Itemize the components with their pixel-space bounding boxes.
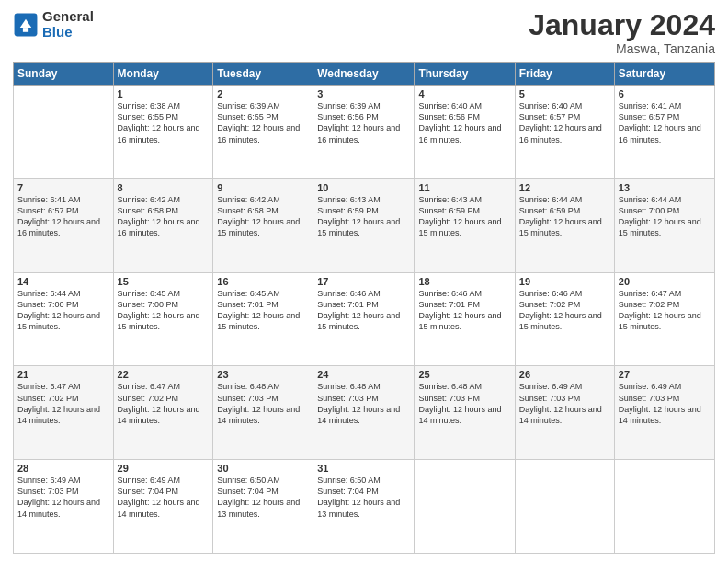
day-number: 17 [317, 276, 410, 287]
day-info: Sunrise: 6:46 AMSunset: 7:02 PMDaylight:… [519, 288, 610, 333]
logo-text: General Blue [42, 9, 94, 40]
calendar-cell: 8Sunrise: 6:42 AMSunset: 6:58 PMDaylight… [113, 178, 213, 272]
calendar-cell: 13Sunrise: 6:44 AMSunset: 7:00 PMDayligh… [614, 178, 714, 272]
day-info: Sunrise: 6:48 AMSunset: 7:03 PMDaylight:… [317, 381, 410, 426]
calendar-cell: 25Sunrise: 6:48 AMSunset: 7:03 PMDayligh… [415, 366, 515, 460]
day-number: 15 [118, 276, 210, 287]
day-info: Sunrise: 6:38 AMSunset: 6:55 PMDaylight:… [118, 100, 210, 145]
day-info: Sunrise: 6:43 AMSunset: 6:59 PMDaylight:… [418, 194, 510, 239]
day-info: Sunrise: 6:40 AMSunset: 6:56 PMDaylight:… [418, 100, 510, 145]
logo-line1: General [42, 9, 94, 25]
header-row: SundayMondayTuesdayWednesdayThursdayFrid… [14, 63, 715, 86]
day-info: Sunrise: 6:49 AMSunset: 7:03 PMDaylight:… [519, 381, 610, 426]
calendar-cell [415, 460, 515, 554]
calendar-cell: 10Sunrise: 6:43 AMSunset: 6:59 PMDayligh… [313, 178, 415, 272]
day-number: 16 [217, 276, 309, 287]
day-info: Sunrise: 6:50 AMSunset: 7:04 PMDaylight:… [217, 475, 309, 520]
day-number: 19 [519, 276, 610, 287]
calendar-cell: 30Sunrise: 6:50 AMSunset: 7:04 PMDayligh… [213, 460, 313, 554]
day-info: Sunrise: 6:48 AMSunset: 7:03 PMDaylight:… [418, 381, 510, 426]
day-number: 25 [418, 369, 510, 380]
calendar-cell: 6Sunrise: 6:41 AMSunset: 6:57 PMDaylight… [614, 86, 714, 179]
calendar-cell: 11Sunrise: 6:43 AMSunset: 6:59 PMDayligh… [415, 178, 515, 272]
day-number: 28 [17, 463, 109, 474]
day-info: Sunrise: 6:44 AMSunset: 6:59 PMDaylight:… [519, 194, 610, 239]
day-info: Sunrise: 6:47 AMSunset: 7:02 PMDaylight:… [118, 381, 210, 426]
weekday-header: Tuesday [213, 63, 313, 86]
day-number: 4 [418, 88, 510, 99]
day-info: Sunrise: 6:45 AMSunset: 7:00 PMDaylight:… [118, 288, 210, 333]
weekday-header: Sunday [14, 63, 114, 86]
calendar-week: 21Sunrise: 6:47 AMSunset: 7:02 PMDayligh… [14, 366, 715, 460]
calendar-table: SundayMondayTuesdayWednesdayThursdayFrid… [13, 62, 715, 554]
calendar-cell: 29Sunrise: 6:49 AMSunset: 7:04 PMDayligh… [113, 460, 213, 554]
day-number: 7 [17, 182, 109, 193]
day-number: 20 [619, 276, 711, 287]
logo: General Blue [13, 9, 94, 40]
calendar-cell: 16Sunrise: 6:45 AMSunset: 7:01 PMDayligh… [213, 272, 313, 366]
calendar-cell: 21Sunrise: 6:47 AMSunset: 7:02 PMDayligh… [14, 366, 114, 460]
weekday-header: Saturday [614, 63, 714, 86]
day-number: 12 [519, 182, 610, 193]
day-info: Sunrise: 6:47 AMSunset: 7:02 PMDaylight:… [619, 288, 711, 333]
day-number: 6 [619, 88, 711, 99]
day-number: 24 [317, 369, 410, 380]
calendar-cell: 1Sunrise: 6:38 AMSunset: 6:55 PMDaylight… [113, 86, 213, 179]
calendar-cell [614, 460, 714, 554]
calendar-week: 1Sunrise: 6:38 AMSunset: 6:55 PMDaylight… [14, 86, 715, 179]
day-number: 14 [17, 276, 109, 287]
day-number: 3 [317, 88, 410, 99]
calendar-week: 7Sunrise: 6:41 AMSunset: 6:57 PMDaylight… [14, 178, 715, 272]
calendar-week: 28Sunrise: 6:49 AMSunset: 7:03 PMDayligh… [14, 460, 715, 554]
day-number: 22 [118, 369, 210, 380]
calendar-cell [14, 86, 114, 179]
day-number: 2 [217, 88, 309, 99]
day-number: 9 [217, 182, 309, 193]
day-number: 29 [118, 463, 210, 474]
calendar-cell: 31Sunrise: 6:50 AMSunset: 7:04 PMDayligh… [313, 460, 415, 554]
day-info: Sunrise: 6:42 AMSunset: 6:58 PMDaylight:… [217, 194, 309, 239]
calendar-cell: 22Sunrise: 6:47 AMSunset: 7:02 PMDayligh… [113, 366, 213, 460]
calendar-cell: 26Sunrise: 6:49 AMSunset: 7:03 PMDayligh… [515, 366, 614, 460]
day-info: Sunrise: 6:43 AMSunset: 6:59 PMDaylight:… [317, 194, 410, 239]
calendar-cell [515, 460, 614, 554]
day-info: Sunrise: 6:41 AMSunset: 6:57 PMDaylight:… [619, 100, 711, 145]
svg-rect-2 [23, 28, 28, 32]
calendar-cell: 9Sunrise: 6:42 AMSunset: 6:58 PMDaylight… [213, 178, 313, 272]
weekday-header: Thursday [415, 63, 515, 86]
calendar-cell: 18Sunrise: 6:46 AMSunset: 7:01 PMDayligh… [415, 272, 515, 366]
day-number: 23 [217, 369, 309, 380]
calendar-cell: 15Sunrise: 6:45 AMSunset: 7:00 PMDayligh… [113, 272, 213, 366]
day-info: Sunrise: 6:46 AMSunset: 7:01 PMDaylight:… [418, 288, 510, 333]
calendar-cell: 27Sunrise: 6:49 AMSunset: 7:03 PMDayligh… [614, 366, 714, 460]
calendar-cell: 23Sunrise: 6:48 AMSunset: 7:03 PMDayligh… [213, 366, 313, 460]
day-info: Sunrise: 6:48 AMSunset: 7:03 PMDaylight:… [217, 381, 309, 426]
day-number: 21 [17, 369, 109, 380]
day-info: Sunrise: 6:45 AMSunset: 7:01 PMDaylight:… [217, 288, 309, 333]
calendar-cell: 7Sunrise: 6:41 AMSunset: 6:57 PMDaylight… [14, 178, 114, 272]
day-info: Sunrise: 6:40 AMSunset: 6:57 PMDaylight:… [519, 100, 610, 145]
calendar-week: 14Sunrise: 6:44 AMSunset: 7:00 PMDayligh… [14, 272, 715, 366]
day-number: 1 [118, 88, 210, 99]
calendar-cell: 4Sunrise: 6:40 AMSunset: 6:56 PMDaylight… [415, 86, 515, 179]
day-number: 5 [519, 88, 610, 99]
page: General Blue January 2024 Maswa, Tanzani… [0, 0, 728, 563]
title-area: January 2024 Maswa, Tanzania [529, 9, 715, 56]
logo-icon [13, 12, 39, 38]
day-info: Sunrise: 6:49 AMSunset: 7:04 PMDaylight:… [118, 475, 210, 520]
day-number: 10 [317, 182, 410, 193]
day-info: Sunrise: 6:47 AMSunset: 7:02 PMDaylight:… [17, 381, 109, 426]
day-number: 8 [118, 182, 210, 193]
calendar-cell: 24Sunrise: 6:48 AMSunset: 7:03 PMDayligh… [313, 366, 415, 460]
day-number: 30 [217, 463, 309, 474]
day-info: Sunrise: 6:44 AMSunset: 7:00 PMDaylight:… [619, 194, 711, 239]
calendar-cell: 3Sunrise: 6:39 AMSunset: 6:56 PMDaylight… [313, 86, 415, 179]
day-info: Sunrise: 6:44 AMSunset: 7:00 PMDaylight:… [17, 288, 109, 333]
day-number: 13 [619, 182, 711, 193]
weekday-header: Wednesday [313, 63, 415, 86]
calendar-cell: 28Sunrise: 6:49 AMSunset: 7:03 PMDayligh… [14, 460, 114, 554]
day-number: 26 [519, 369, 610, 380]
calendar-cell: 14Sunrise: 6:44 AMSunset: 7:00 PMDayligh… [14, 272, 114, 366]
day-number: 31 [317, 463, 410, 474]
calendar-cell: 5Sunrise: 6:40 AMSunset: 6:57 PMDaylight… [515, 86, 614, 179]
